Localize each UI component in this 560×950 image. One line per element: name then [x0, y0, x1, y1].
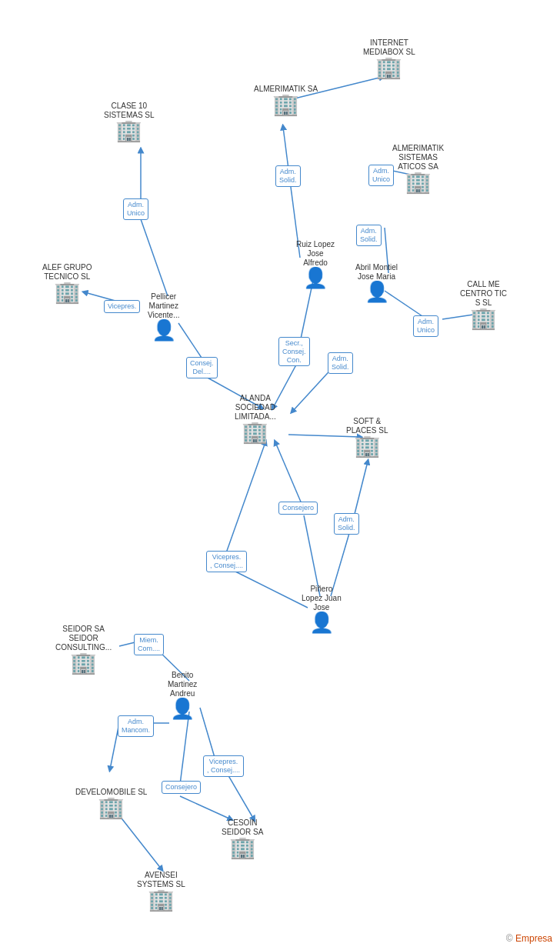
building-icon-avensei: 🏢 — [148, 889, 175, 911]
building-icon-alef-grupo: 🏢 — [54, 282, 81, 303]
role-vicepres-alef[interactable]: Vicepres. — [104, 300, 140, 313]
node-alanda: ALANDASOCIEDADLIMITADA... 🏢 — [235, 392, 276, 443]
label-seidor: SEIDOR SASEIDORCONSULTING... — [55, 625, 112, 652]
node-benito: BenitoMartinezAndreu 👤 — [168, 669, 197, 718]
person-icon-pinero: 👤 — [309, 612, 334, 632]
watermark: © Empresa — [506, 933, 552, 944]
building-icon-cesoin-seidor: 🏢 — [229, 837, 256, 858]
role-secr-consej[interactable]: Secr.,Consej.Con. — [278, 337, 310, 366]
node-cesoin-seidor: CESOINSEIDOR SA 🏢 — [222, 817, 263, 858]
node-alef-grupo: ALEF GRUPOTECNICO SL 🏢 — [42, 262, 92, 303]
label-pinero: PiñeroLopez JuanJose — [302, 585, 342, 612]
role-adm-solid-almerimatik2[interactable]: Adm.Solid. — [356, 225, 382, 246]
label-alef-grupo: ALEF GRUPOTECNICO SL — [42, 263, 92, 282]
node-almerimatik-sistemas: ALMERIMATIKSISTEMASATICOS SA 🏢 — [392, 142, 444, 193]
svg-line-8 — [283, 127, 288, 169]
label-almerimatik-sistemas: ALMERIMATIKSISTEMASATICOS SA — [392, 144, 444, 172]
building-icon-almerimatik: 🏢 — [272, 94, 299, 115]
role-adm-solid-almerimatik[interactable]: Adm.Solid. — [275, 165, 301, 187]
building-icon-develomobile: 🏢 — [98, 797, 125, 818]
node-seidor: SEIDOR SASEIDORCONSULTING... 🏢 — [55, 623, 112, 674]
svg-line-27 — [180, 712, 189, 785]
label-abril-montiel: Abril MontielJose Maria — [355, 263, 398, 282]
node-avensei: AVENSEISYSTEMS SL 🏢 — [137, 869, 185, 911]
label-cesoin-seidor: CESOINSEIDOR SA — [222, 818, 263, 837]
building-icon-call-me: 🏢 — [470, 308, 497, 329]
person-icon-benito: 👤 — [170, 698, 195, 718]
label-ruiz-lopez: Ruiz LopezJoseAlfredo — [296, 240, 335, 268]
person-icon-abril-montiel: 👤 — [365, 282, 389, 302]
node-call-me: CALL MECENTRO TICS SL 🏢 — [460, 278, 507, 329]
role-vicepres-pinero[interactable]: Vicepres., Consej.... — [206, 551, 247, 572]
watermark-brand: Empresa — [515, 933, 552, 944]
node-develomobile: DEVELOMOBILE SL 🏢 — [75, 786, 147, 818]
node-clase10: CLASE 10SISTEMAS SL 🏢 — [104, 100, 155, 142]
role-adm-unico-almerimatik-sist[interactable]: Adm.Unico — [368, 165, 394, 186]
role-consejero-pinero[interactable]: Consejero — [278, 502, 318, 515]
svg-line-17 — [275, 442, 302, 505]
building-icon-soft-places: 🏢 — [354, 435, 381, 457]
role-consejero-benito[interactable]: Consejero — [162, 781, 201, 794]
label-clase10: CLASE 10SISTEMAS SL — [104, 102, 155, 120]
label-pellicer: PellicerMartinezVicente... — [148, 292, 180, 320]
node-abril-montiel: Abril MontielJose Maria 👤 — [355, 262, 398, 302]
building-icon-alanda: 🏢 — [242, 422, 268, 443]
node-pinero: PiñeroLopez JuanJose 👤 — [302, 583, 342, 632]
svg-line-3 — [178, 323, 203, 360]
svg-line-26 — [200, 708, 215, 760]
role-consej-del[interactable]: Consej.Del.... — [186, 357, 218, 378]
svg-line-30 — [227, 773, 254, 819]
person-icon-ruiz-lopez: 👤 — [303, 268, 328, 288]
role-adm-solid-pinero[interactable]: Adm.Solid. — [334, 513, 359, 535]
label-internet-mediabox: INTERNETMEDIABOX SL — [363, 38, 415, 57]
svg-line-21 — [223, 442, 265, 562]
role-vicepres-benito[interactable]: Vicepres., Consej.... — [203, 755, 244, 777]
building-icon-almerimatik-sistemas: 🏢 — [405, 172, 432, 193]
label-avensei: AVENSEISYSTEMS SL — [137, 871, 185, 889]
node-ruiz-lopez: Ruiz LopezJoseAlfredo 👤 — [296, 238, 335, 288]
svg-line-20 — [231, 569, 308, 608]
label-alanda: ALANDASOCIEDADLIMITADA... — [235, 394, 276, 422]
svg-line-19 — [354, 462, 368, 517]
svg-line-29 — [119, 815, 162, 869]
building-icon-clase10: 🏢 — [115, 120, 142, 142]
node-almerimatik: ALMERIMATIK SA 🏢 — [254, 83, 318, 115]
role-adm-solid-ruiz[interactable]: Adm.Solid. — [328, 352, 353, 374]
building-icon-internet-mediabox: 🏢 — [375, 57, 402, 78]
role-adm-unico-call-me[interactable]: Adm.Unico — [413, 315, 438, 337]
node-pellicer: PellicerMartinezVicente... 👤 — [148, 291, 180, 340]
node-internet-mediabox: INTERNETMEDIABOX SL 🏢 — [363, 37, 415, 78]
role-miem-com-seidor[interactable]: Miem.Com.... — [134, 634, 164, 655]
node-soft-places: SOFT &PLACES SL 🏢 — [346, 415, 388, 457]
label-soft-places: SOFT &PLACES SL — [346, 417, 388, 435]
svg-line-28 — [180, 796, 231, 819]
person-icon-pellicer: 👤 — [152, 320, 176, 340]
role-adm-unico-clase10[interactable]: Adm.Unico — [123, 198, 148, 220]
svg-line-1 — [141, 219, 168, 296]
label-benito: BenitoMartinezAndreu — [168, 671, 197, 698]
building-icon-seidor: 🏢 — [70, 652, 97, 674]
role-adm-mancom-benito[interactable]: Adm.Mancom. — [118, 715, 154, 737]
label-call-me: CALL MECENTRO TICS SL — [460, 280, 507, 308]
diagram-canvas: ALMERIMATIK SA 🏢 INTERNETMEDIABOX SL 🏢 A… — [0, 0, 560, 950]
